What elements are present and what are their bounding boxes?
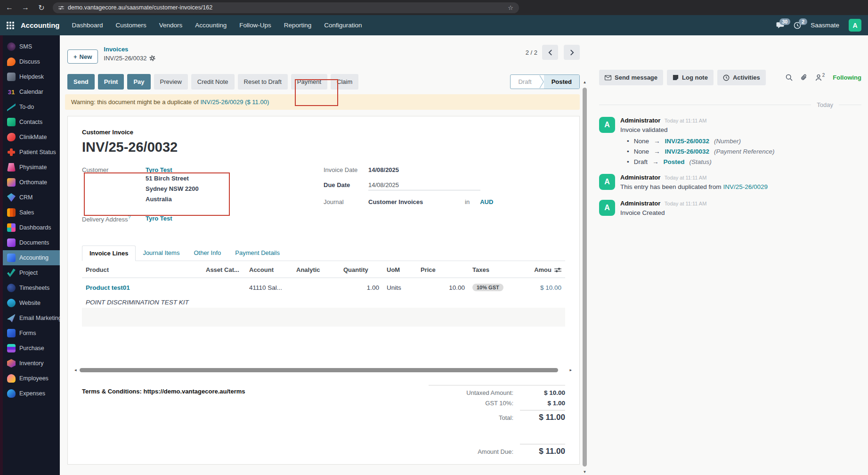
- apps-grid-icon[interactable]: [7, 22, 14, 29]
- app-name[interactable]: Accounting: [21, 21, 60, 29]
- search-messages-icon[interactable]: [786, 74, 793, 81]
- message-duplicated-from: A Administrator Today at 11:11 AM This e…: [599, 174, 861, 191]
- log-note-button[interactable]: Log note: [667, 70, 714, 85]
- activities-clock-icon[interactable]: 2: [794, 22, 801, 29]
- scroll-right-icon[interactable]: ▸: [569, 367, 572, 373]
- scroll-left-icon[interactable]: ◂: [74, 367, 77, 373]
- menu-customers[interactable]: Customers: [116, 22, 146, 29]
- following-button[interactable]: Following: [833, 74, 861, 81]
- tab-journal-items[interactable]: Journal Items: [136, 246, 187, 261]
- help-tooltip-icon: ?: [128, 215, 131, 220]
- tracking-new-value-link[interactable]: Posted: [664, 158, 685, 165]
- activities-button[interactable]: Activities: [717, 70, 766, 85]
- terms-and-conditions: Terms & Conditions: https://demo.vantage…: [82, 385, 245, 459]
- sidebar-item-todo[interactable]: To-do: [0, 99, 60, 115]
- sidebar-item-calendar[interactable]: 31Calendar: [0, 84, 60, 99]
- menu-reporting[interactable]: Reporting: [284, 22, 312, 29]
- sidebar-item-physimate[interactable]: Physimate: [0, 160, 60, 175]
- claim-button[interactable]: Claim: [331, 74, 358, 90]
- sidebar-item-sales[interactable]: Sales: [0, 205, 60, 220]
- tab-payment-details[interactable]: Payment Details: [228, 246, 287, 261]
- sidebar-item-dashboards[interactable]: Dashboards: [0, 220, 60, 235]
- currency-link[interactable]: AUD: [480, 198, 493, 205]
- menu-configuration[interactable]: Configuration: [324, 22, 362, 29]
- followers-icon[interactable]: 2: [815, 74, 825, 81]
- sidebar-item-documents[interactable]: Documents: [0, 235, 60, 250]
- followers-count: 2: [822, 73, 825, 78]
- sidebar-item-expenses[interactable]: Expenses: [0, 386, 60, 401]
- sidebar-item-project[interactable]: Project: [0, 265, 60, 280]
- sidebar-item-forms[interactable]: Forms: [0, 326, 60, 341]
- company-name[interactable]: Saasmate: [811, 22, 839, 29]
- user-avatar[interactable]: A: [849, 19, 861, 32]
- invoice-date-label: Invoice Date: [324, 166, 368, 173]
- sidebar-item-sms[interactable]: SMS: [0, 39, 60, 54]
- menu-accounting[interactable]: Accounting: [195, 22, 227, 29]
- sidebar-item-purchase[interactable]: Purchase: [0, 341, 60, 356]
- customer-name-link[interactable]: Tyro Test: [146, 166, 172, 173]
- sidebar-item-accounting[interactable]: Accounting: [0, 250, 60, 265]
- menu-follow-ups[interactable]: Follow-Ups: [239, 22, 271, 29]
- tracking-new-value-link[interactable]: INV/25-26/0032: [665, 138, 710, 145]
- customer-address: 51 Birch Street Sydney NSW 2200 Australi…: [146, 173, 199, 205]
- menu-dashboard[interactable]: Dashboard: [72, 22, 103, 29]
- duplicate-invoice-link[interactable]: INV/25-26/0029 ($ 11.00): [201, 98, 269, 106]
- send-button[interactable]: Send: [67, 74, 95, 90]
- sidebar-item-discuss[interactable]: Discuss: [0, 54, 60, 69]
- accounting-icon: [7, 254, 16, 262]
- new-button[interactable]: + New: [67, 49, 98, 64]
- product-description-row: POINT DISCRIMINATION TEST KIT: [82, 293, 565, 308]
- source-invoice-link[interactable]: INV/25-26/0029: [723, 183, 768, 190]
- sidebar-item-website[interactable]: Website: [0, 295, 60, 311]
- col-amount: Amou: [534, 266, 552, 273]
- pager-next-button[interactable]: [564, 45, 580, 60]
- bookmark-star-icon[interactable]: ☆: [508, 4, 513, 11]
- print-button[interactable]: Print: [98, 74, 124, 90]
- sidebar-item-timesheets[interactable]: Timesheets: [0, 280, 60, 295]
- tab-other-info[interactable]: Other Info: [187, 246, 228, 261]
- status-bar: Draft Posted: [510, 74, 580, 89]
- delivery-address-link[interactable]: Tyro Test: [146, 215, 172, 223]
- sidebar-item-helpdesk[interactable]: Helpdesk: [0, 69, 60, 84]
- reload-icon[interactable]: ↻: [37, 3, 46, 12]
- preview-button[interactable]: Preview: [154, 74, 188, 90]
- sidebar-item-inventory[interactable]: Inventory: [0, 356, 60, 371]
- reset-to-draft-button[interactable]: Reset to Draft: [238, 74, 288, 90]
- payment-button[interactable]: Payment: [291, 74, 327, 90]
- site-settings-icon[interactable]: [58, 5, 64, 10]
- sidebar-item-employees[interactable]: Employees: [0, 371, 60, 386]
- scroll-down-icon[interactable]: ▼: [582, 470, 588, 474]
- status-posted[interactable]: Posted: [544, 75, 579, 89]
- messages-icon[interactable]: 30: [776, 22, 784, 29]
- column-options-icon[interactable]: [554, 267, 561, 273]
- sidebar-item-crm[interactable]: CRM: [0, 190, 60, 205]
- pay-button[interactable]: Pay: [127, 74, 150, 90]
- sidebar-item-orthomate[interactable]: Orthomate: [0, 175, 60, 190]
- sidebar-item-contacts[interactable]: Contacts: [0, 115, 60, 130]
- send-message-button[interactable]: Send message: [599, 70, 663, 85]
- pager-previous-button[interactable]: [542, 45, 558, 60]
- scroll-up-icon[interactable]: ▲: [582, 80, 588, 84]
- menu-vendors[interactable]: Vendors: [159, 22, 183, 29]
- sidebar-item-patient-status[interactable]: Patient Status: [0, 145, 60, 160]
- horizontal-scrollbar-thumb[interactable]: [80, 368, 559, 372]
- gear-icon[interactable]: [149, 55, 155, 61]
- sidebar-item-email-marketing[interactable]: Email Marketing: [0, 311, 60, 326]
- vertical-scrollbar-thumb[interactable]: [583, 88, 587, 467]
- invoice-line-row[interactable]: Product test01 41110 Sal... 1.00 Units 1…: [82, 278, 565, 294]
- col-uom: UoM: [383, 261, 417, 278]
- tracking-new-value-link[interactable]: INV/25-26/0032: [665, 148, 710, 155]
- invoice-lines-table: Product Asset Cat... Account Analytic Qu…: [82, 261, 565, 308]
- attachments-paperclip-icon[interactable]: [801, 74, 807, 81]
- back-icon[interactable]: ←: [5, 3, 14, 12]
- tab-invoice-lines[interactable]: Invoice Lines: [82, 246, 136, 261]
- status-draft[interactable]: Draft: [511, 75, 539, 89]
- forward-icon[interactable]: →: [21, 3, 30, 12]
- sidebar-item-clinikmate[interactable]: ClinikMate: [0, 130, 60, 145]
- address-bar[interactable]: demo.vantagecore.au/saasmate/customer-in…: [53, 2, 519, 13]
- product-link[interactable]: Product test01: [86, 284, 130, 291]
- due-date-label: Due Date: [324, 181, 368, 190]
- credit-note-button[interactable]: Credit Note: [191, 74, 235, 90]
- due-date-field[interactable]: 14/08/2025: [368, 181, 480, 190]
- breadcrumb-invoices-link[interactable]: Invoices: [104, 46, 155, 53]
